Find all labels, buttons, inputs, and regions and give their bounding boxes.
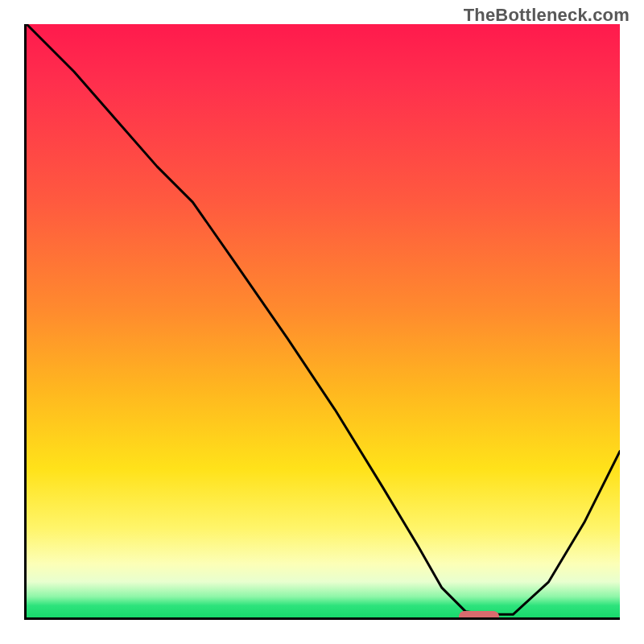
marker-pill xyxy=(459,611,499,620)
plot-area xyxy=(24,24,620,620)
watermark-label: TheBottleneck.com xyxy=(464,5,630,26)
chart-container: TheBottleneck.com xyxy=(0,0,644,644)
curve-path xyxy=(27,24,620,614)
curve-svg xyxy=(27,24,620,617)
